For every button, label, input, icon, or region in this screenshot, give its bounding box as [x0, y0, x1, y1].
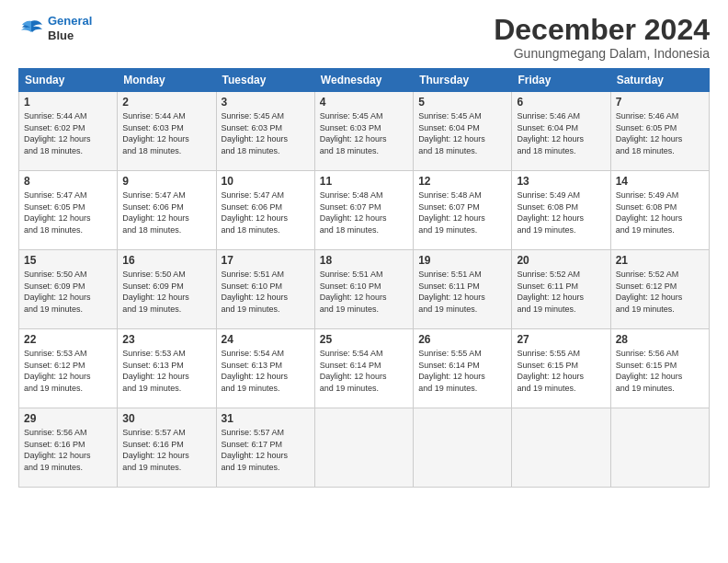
day-number: 29: [24, 412, 112, 425]
calendar-week-4: 22Sunrise: 5:53 AMSunset: 6:12 PMDayligh…: [19, 329, 710, 408]
day-number: 3: [222, 96, 310, 109]
col-tuesday: Tuesday: [216, 69, 314, 92]
day-info: Sunrise: 5:54 AMSunset: 6:14 PMDaylight:…: [320, 349, 387, 393]
day-number: 9: [122, 175, 210, 188]
day-number: 23: [122, 333, 210, 346]
day-info: Sunrise: 5:51 AMSunset: 6:11 PMDaylight:…: [418, 270, 485, 314]
col-wednesday: Wednesday: [314, 69, 413, 92]
calendar-cell: 23Sunrise: 5:53 AMSunset: 6:13 PMDayligh…: [118, 329, 216, 408]
calendar-cell: 15Sunrise: 5:50 AMSunset: 6:09 PMDayligh…: [19, 250, 118, 329]
day-info: Sunrise: 5:44 AMSunset: 6:03 PMDaylight:…: [122, 111, 189, 155]
day-number: 26: [418, 333, 506, 346]
day-info: Sunrise: 5:48 AMSunset: 6:07 PMDaylight:…: [418, 190, 485, 235]
day-info: Sunrise: 5:47 AMSunset: 6:05 PMDaylight:…: [24, 190, 91, 235]
calendar-cell: 21Sunrise: 5:52 AMSunset: 6:12 PMDayligh…: [610, 250, 709, 329]
col-sunday: Sunday: [19, 69, 118, 92]
day-info: Sunrise: 5:57 AMSunset: 6:17 PMDaylight:…: [222, 428, 289, 472]
calendar-cell: 7Sunrise: 5:46 AMSunset: 6:05 PMDaylight…: [610, 92, 709, 171]
col-thursday: Thursday: [414, 69, 512, 92]
day-info: Sunrise: 5:53 AMSunset: 6:12 PMDaylight:…: [24, 349, 91, 393]
day-number: 24: [222, 333, 310, 346]
day-info: Sunrise: 5:45 AMSunset: 6:04 PMDaylight:…: [418, 111, 485, 155]
day-number: 25: [320, 333, 408, 346]
calendar-cell: 8Sunrise: 5:47 AMSunset: 6:05 PMDaylight…: [19, 171, 118, 250]
day-number: 6: [517, 96, 605, 109]
col-saturday: Saturday: [610, 69, 709, 92]
day-number: 10: [222, 175, 310, 188]
calendar-cell: 11Sunrise: 5:48 AMSunset: 6:07 PMDayligh…: [314, 171, 413, 250]
day-number: 16: [122, 254, 210, 267]
day-info: Sunrise: 5:47 AMSunset: 6:06 PMDaylight:…: [222, 190, 289, 235]
calendar-cell: [610, 408, 709, 488]
page-title: December 2024: [494, 14, 710, 46]
calendar-week-2: 8Sunrise: 5:47 AMSunset: 6:05 PMDaylight…: [19, 171, 710, 250]
day-info: Sunrise: 5:49 AMSunset: 6:08 PMDaylight:…: [517, 190, 584, 235]
calendar-week-5: 29Sunrise: 5:56 AMSunset: 6:16 PMDayligh…: [19, 408, 710, 488]
calendar-cell: 5Sunrise: 5:45 AMSunset: 6:04 PMDaylight…: [414, 92, 512, 171]
day-info: Sunrise: 5:52 AMSunset: 6:12 PMDaylight:…: [616, 270, 683, 314]
day-number: 21: [616, 254, 704, 267]
day-info: Sunrise: 5:51 AMSunset: 6:10 PMDaylight:…: [320, 270, 387, 314]
col-friday: Friday: [512, 69, 610, 92]
day-number: 12: [418, 175, 506, 188]
calendar-cell: [414, 408, 512, 488]
logo-icon: [18, 17, 44, 40]
day-info: Sunrise: 5:57 AMSunset: 6:16 PMDaylight:…: [122, 428, 189, 472]
day-number: 5: [418, 96, 506, 109]
day-number: 14: [616, 175, 704, 188]
calendar-cell: 25Sunrise: 5:54 AMSunset: 6:14 PMDayligh…: [314, 329, 413, 408]
day-info: Sunrise: 5:49 AMSunset: 6:08 PMDaylight:…: [616, 190, 683, 235]
calendar-cell: 24Sunrise: 5:54 AMSunset: 6:13 PMDayligh…: [216, 329, 314, 408]
col-monday: Monday: [118, 69, 216, 92]
calendar-cell: [314, 408, 413, 488]
day-number: 11: [320, 175, 408, 188]
calendar-cell: 2Sunrise: 5:44 AMSunset: 6:03 PMDaylight…: [118, 92, 216, 171]
calendar-cell: 17Sunrise: 5:51 AMSunset: 6:10 PMDayligh…: [216, 250, 314, 329]
day-info: Sunrise: 5:45 AMSunset: 6:03 PMDaylight:…: [320, 111, 387, 155]
calendar-cell: 20Sunrise: 5:52 AMSunset: 6:11 PMDayligh…: [512, 250, 610, 329]
day-number: 31: [222, 412, 310, 425]
day-number: 18: [320, 254, 408, 267]
day-info: Sunrise: 5:45 AMSunset: 6:03 PMDaylight:…: [222, 111, 289, 155]
day-info: Sunrise: 5:51 AMSunset: 6:10 PMDaylight:…: [222, 270, 289, 314]
day-info: Sunrise: 5:56 AMSunset: 6:16 PMDaylight:…: [24, 428, 91, 472]
day-number: 15: [24, 254, 112, 267]
page-subtitle: Gunungmegang Dalam, Indonesia: [494, 46, 710, 61]
day-info: Sunrise: 5:50 AMSunset: 6:09 PMDaylight:…: [122, 270, 189, 314]
calendar-cell: 28Sunrise: 5:56 AMSunset: 6:15 PMDayligh…: [610, 329, 709, 408]
calendar-week-3: 15Sunrise: 5:50 AMSunset: 6:09 PMDayligh…: [19, 250, 710, 329]
day-info: Sunrise: 5:55 AMSunset: 6:14 PMDaylight:…: [418, 349, 485, 393]
calendar-cell: 29Sunrise: 5:56 AMSunset: 6:16 PMDayligh…: [19, 408, 118, 488]
day-info: Sunrise: 5:53 AMSunset: 6:13 PMDaylight:…: [122, 349, 189, 393]
day-number: 2: [122, 96, 210, 109]
calendar-cell: 12Sunrise: 5:48 AMSunset: 6:07 PMDayligh…: [414, 171, 512, 250]
day-info: Sunrise: 5:48 AMSunset: 6:07 PMDaylight:…: [320, 190, 387, 235]
calendar-cell: 3Sunrise: 5:45 AMSunset: 6:03 PMDaylight…: [216, 92, 314, 171]
day-number: 20: [517, 254, 605, 267]
calendar-cell: 4Sunrise: 5:45 AMSunset: 6:03 PMDaylight…: [314, 92, 413, 171]
day-number: 22: [24, 333, 112, 346]
day-info: Sunrise: 5:50 AMSunset: 6:09 PMDaylight:…: [24, 270, 91, 314]
calendar-cell: 31Sunrise: 5:57 AMSunset: 6:17 PMDayligh…: [216, 408, 314, 488]
day-info: Sunrise: 5:46 AMSunset: 6:05 PMDaylight:…: [616, 111, 683, 155]
day-info: Sunrise: 5:55 AMSunset: 6:15 PMDaylight:…: [517, 349, 584, 393]
calendar-table: Sunday Monday Tuesday Wednesday Thursday…: [18, 68, 710, 488]
calendar-cell: 10Sunrise: 5:47 AMSunset: 6:06 PMDayligh…: [216, 171, 314, 250]
calendar-cell: 6Sunrise: 5:46 AMSunset: 6:04 PMDaylight…: [512, 92, 610, 171]
calendar-cell: 9Sunrise: 5:47 AMSunset: 6:06 PMDaylight…: [118, 171, 216, 250]
day-info: Sunrise: 5:46 AMSunset: 6:04 PMDaylight:…: [517, 111, 584, 155]
page-header: General Blue December 2024 Gunungmegang …: [18, 14, 710, 61]
day-number: 30: [122, 412, 210, 425]
logo: General Blue: [18, 14, 92, 42]
calendar-cell: 14Sunrise: 5:49 AMSunset: 6:08 PMDayligh…: [610, 171, 709, 250]
day-info: Sunrise: 5:44 AMSunset: 6:02 PMDaylight:…: [24, 111, 91, 155]
calendar-cell: 27Sunrise: 5:55 AMSunset: 6:15 PMDayligh…: [512, 329, 610, 408]
day-info: Sunrise: 5:47 AMSunset: 6:06 PMDaylight:…: [122, 190, 189, 235]
calendar-header-row: Sunday Monday Tuesday Wednesday Thursday…: [19, 69, 710, 92]
calendar-cell: 1Sunrise: 5:44 AMSunset: 6:02 PMDaylight…: [19, 92, 118, 171]
day-number: 27: [517, 333, 605, 346]
day-number: 8: [24, 175, 112, 188]
calendar-cell: 16Sunrise: 5:50 AMSunset: 6:09 PMDayligh…: [118, 250, 216, 329]
day-number: 7: [616, 96, 704, 109]
day-number: 13: [517, 175, 605, 188]
